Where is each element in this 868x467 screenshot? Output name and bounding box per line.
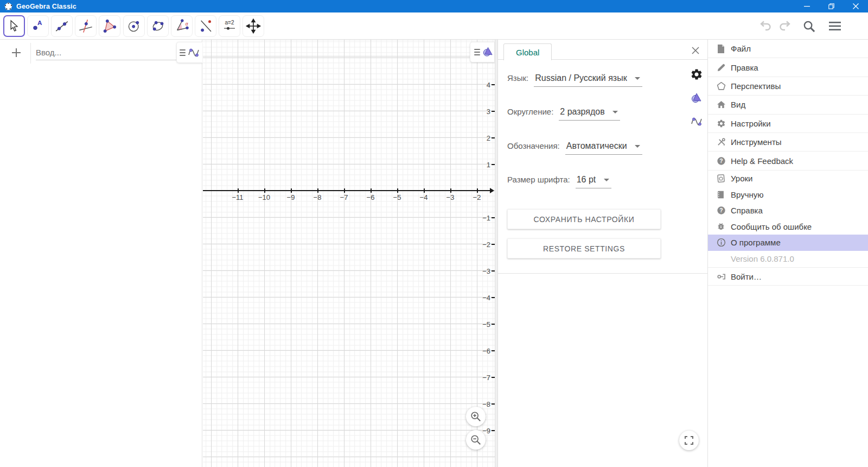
algebra-input-row: [0, 40, 202, 66]
menu-item-sign-in[interactable]: Войти…: [708, 268, 868, 285]
y-tick-label: 2: [487, 134, 490, 142]
rail-global-settings-button[interactable]: [690, 67, 704, 81]
x-tick-label: −8: [314, 193, 322, 201]
y-tick-label: 3: [487, 108, 490, 116]
line-icon: [54, 18, 70, 34]
tutorials-icon: [716, 174, 726, 183]
svg-text:a=2: a=2: [225, 20, 234, 26]
minimize-button[interactable]: [795, 0, 819, 12]
x-tick-label: −9: [287, 193, 295, 201]
menu-divider: [708, 267, 868, 268]
zoom-in-button[interactable]: [466, 407, 486, 426]
move-graphics-icon: [245, 18, 261, 34]
main-menu-panel: Файл Правка Перспективы Вид Настройки Ин…: [707, 40, 868, 467]
function-curve-icon: [690, 115, 703, 128]
chevron-down-icon: [604, 179, 609, 181]
main-menu-button[interactable]: [825, 15, 845, 37]
menu-item-tutorials[interactable]: Уроки: [708, 171, 868, 187]
graphics-shapes-icon: [690, 92, 703, 105]
graphics-view[interactable]: −11 −10 −9 −8 −7 −6 −5 −4 −3 −2 4 3 2 1 …: [203, 40, 495, 467]
circle-tool-button[interactable]: [123, 15, 145, 37]
restore-settings-button[interactable]: RESTORE SETTINGS: [507, 238, 661, 258]
zoom-out-icon: [470, 434, 482, 446]
menu-item-file[interactable]: Файл: [708, 40, 868, 58]
y-tick-label: −8: [482, 400, 490, 408]
redo-button[interactable]: [775, 15, 795, 37]
menu-item-help[interactable]: ? Справка: [708, 203, 868, 219]
menu-item-help-feedback[interactable]: ? Help & Feedback: [708, 152, 868, 170]
setting-label: Обозначения:: [507, 141, 560, 150]
x-tick-label: −4: [420, 193, 428, 201]
move-tool-button[interactable]: [3, 15, 25, 37]
x-tick-label: −10: [258, 193, 270, 201]
labeling-dropdown[interactable]: Автоматически: [565, 141, 642, 155]
y-tick-label: −6: [482, 347, 490, 355]
menu-item-perspectives[interactable]: Перспективы: [708, 77, 868, 96]
language-dropdown[interactable]: Russian / Русский язык: [534, 73, 642, 87]
graphics-stylebar-button[interactable]: [470, 42, 495, 62]
save-settings-button[interactable]: СОХРАНИТЬ НАСТРОЙКИ: [507, 209, 661, 229]
search-button[interactable]: [799, 15, 819, 37]
perpendicular-line-tool-button[interactable]: [75, 15, 97, 37]
rail-graphics-settings-button[interactable]: [690, 91, 704, 105]
perpendicular-line-icon: [78, 18, 94, 34]
reflect-about-line-icon: [197, 18, 214, 34]
fullscreen-button[interactable]: [679, 431, 699, 450]
y-tick-label: −1: [482, 214, 490, 222]
svg-text:A: A: [37, 19, 42, 26]
y-tick-label: 1: [487, 161, 490, 169]
tab-global[interactable]: Global: [503, 43, 552, 60]
close-button[interactable]: [844, 0, 868, 12]
menu-item-tools[interactable]: Инструменты: [708, 133, 868, 152]
pencil-icon: [716, 63, 726, 72]
menu-item-manual[interactable]: Вручную: [708, 186, 868, 203]
tool-bar: A: [0, 12, 868, 40]
stylebar-lines-icon: [474, 49, 480, 55]
svg-text:?: ?: [719, 158, 723, 164]
x-tick-label: −3: [446, 193, 455, 201]
ellipse-tool-button[interactable]: [147, 15, 169, 37]
menu-item-about[interactable]: О программе: [708, 235, 868, 251]
close-icon: [691, 46, 700, 55]
angle-icon: α: [174, 18, 190, 34]
x-tick-label: −7: [340, 193, 348, 201]
point-tool-button[interactable]: A: [27, 15, 49, 37]
slider-tool-button[interactable]: a=2: [219, 15, 240, 37]
y-tick-label: −4: [482, 294, 490, 302]
menu-version-label: Version 6.0.871.0: [708, 251, 868, 267]
add-expression-button[interactable]: [7, 43, 26, 62]
search-icon: [802, 20, 816, 33]
setting-rounding-row: Округление: 2 разрядов: [507, 107, 620, 123]
sign-in-key-icon: [716, 272, 726, 281]
menu-item-edit[interactable]: Правка: [708, 58, 868, 77]
rail-algebra-settings-button[interactable]: [690, 115, 704, 129]
fontsize-dropdown[interactable]: 16 pt: [576, 175, 611, 188]
line-tool-button[interactable]: [51, 15, 73, 37]
restore-button[interactable]: [819, 0, 844, 12]
angle-tool-button[interactable]: α: [171, 15, 193, 37]
slider-icon: a=2: [221, 18, 238, 34]
move-graphics-tool-button[interactable]: [242, 15, 264, 37]
x-tick-label: −6: [367, 193, 375, 201]
y-tick-label: 4: [487, 81, 490, 89]
zoom-out-button[interactable]: [466, 430, 486, 450]
setting-label: Размер шрифта:: [507, 175, 570, 184]
menu-item-view[interactable]: Вид: [708, 96, 868, 114]
undo-button[interactable]: [755, 15, 776, 37]
point-icon: A: [30, 18, 46, 34]
window-title: GeoGebra Classic: [16, 3, 76, 10]
menu-divider: [708, 285, 868, 286]
geogebra-logo-icon: [4, 2, 12, 10]
algebra-input[interactable]: [36, 45, 178, 60]
menu-item-settings[interactable]: Настройки: [708, 115, 868, 133]
polygon-tool-button[interactable]: [99, 15, 120, 37]
settings-close-button[interactable]: [690, 45, 701, 56]
help-circle-icon: ?: [716, 206, 726, 215]
gear-icon: [716, 119, 726, 128]
reflect-tool-button[interactable]: [195, 15, 216, 37]
settings-panel: Global Язык: Russian / Русский язык Окру…: [498, 40, 707, 467]
rounding-dropdown[interactable]: 2 разрядов: [559, 107, 620, 121]
setting-label: Язык:: [507, 73, 528, 83]
menu-item-report-bug[interactable]: Сообщить об ошибке: [708, 219, 868, 235]
algebra-stylebar-button[interactable]: [176, 42, 202, 63]
